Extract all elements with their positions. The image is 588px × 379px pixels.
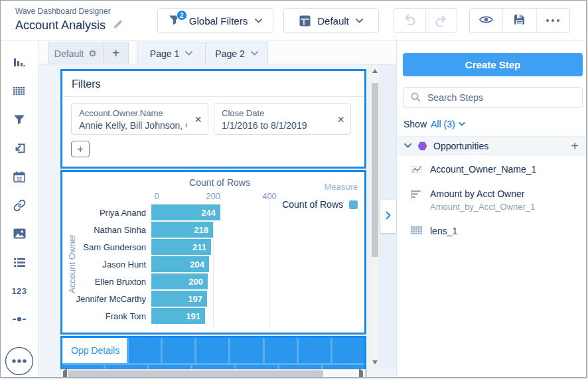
filter-icon[interactable] bbox=[11, 112, 28, 127]
timeline-icon bbox=[411, 165, 423, 175]
preview-button[interactable] bbox=[470, 9, 502, 33]
legend-entry[interactable]: Count of Rows bbox=[282, 199, 358, 210]
show-all-link[interactable]: All (3) bbox=[431, 119, 465, 129]
image-icon[interactable] bbox=[11, 226, 28, 242]
filter-chip[interactable]: Account.Owner.NameAnnie Kelly, Bill John… bbox=[71, 103, 208, 135]
dataset-group-name: Opportunities bbox=[433, 141, 565, 151]
chevron-right-icon bbox=[386, 210, 391, 222]
bar[interactable]: 204 bbox=[151, 256, 209, 272]
eye-icon bbox=[479, 15, 493, 27]
redo-button[interactable] bbox=[425, 9, 457, 33]
table-cell[interactable] bbox=[196, 338, 228, 363]
bar-value-label: 218 bbox=[194, 225, 208, 235]
table-cell[interactable] bbox=[332, 338, 364, 363]
step-title: lens_1 bbox=[430, 226, 457, 236]
scroll-down-arrow-icon[interactable] bbox=[370, 360, 380, 364]
step-item[interactable]: Amount by Acct OwnerAmount_by_Acct_Owner… bbox=[397, 180, 587, 217]
bar[interactable]: 191 bbox=[151, 308, 205, 324]
horizontal-scrollbar-thumb[interactable] bbox=[68, 370, 323, 377]
chevron-down-icon[interactable] bbox=[185, 51, 192, 56]
chevron-down-icon bbox=[459, 122, 465, 126]
dashboard-canvas: Filters Account.Owner.NameAnnie Kelly, B… bbox=[38, 64, 396, 377]
table-icon[interactable] bbox=[11, 83, 28, 99]
table-cell[interactable] bbox=[230, 338, 262, 363]
bar[interactable]: 218 bbox=[151, 222, 213, 238]
bar[interactable]: 197 bbox=[151, 291, 207, 307]
tab-page-2[interactable]: Page 2 bbox=[206, 42, 268, 64]
bar-value-label: 211 bbox=[192, 242, 206, 252]
more-actions-button[interactable] bbox=[536, 9, 569, 33]
bar-value-label: 244 bbox=[201, 208, 216, 218]
filter-chip[interactable]: Close Date1/1/2016 to 8/1/2019× bbox=[214, 103, 351, 135]
link-icon[interactable] bbox=[11, 197, 28, 213]
canvas-horizontal-scrollbar[interactable] bbox=[60, 369, 366, 378]
layout-select[interactable]: Default bbox=[283, 8, 379, 33]
bar-chart-icon[interactable] bbox=[11, 54, 28, 70]
bar[interactable]: 211 bbox=[151, 239, 211, 255]
bar[interactable]: 244 bbox=[151, 204, 220, 220]
show-label: Show bbox=[404, 119, 427, 129]
global-filters-count-badge: 2 bbox=[177, 10, 187, 21]
container-icon[interactable] bbox=[11, 140, 28, 156]
more-icon[interactable] bbox=[5, 346, 34, 376]
x-axis-tick: 400 bbox=[262, 191, 277, 201]
table-tab-opp-details[interactable]: Opp Details bbox=[62, 338, 127, 363]
step-title: Amount by Acct Owner bbox=[430, 189, 535, 199]
save-floppy-icon bbox=[514, 14, 525, 28]
filters-widget[interactable]: Filters Account.Owner.NameAnnie Kelly, B… bbox=[60, 69, 366, 169]
add-page-button[interactable]: + bbox=[104, 42, 129, 64]
collapse-panel-handle[interactable] bbox=[380, 200, 396, 233]
search-steps-input[interactable] bbox=[427, 92, 582, 103]
step-subtitle: Amount_by_Acct_Owner_1 bbox=[430, 202, 535, 212]
category-label: Frank Tom bbox=[62, 311, 151, 321]
tab-page-1[interactable]: Page 1 bbox=[137, 42, 206, 64]
tab-default-layout[interactable]: Default bbox=[48, 42, 104, 64]
chevron-down-icon bbox=[356, 19, 363, 23]
step-item-text: Account_Owner_Name_1 bbox=[430, 164, 536, 175]
bar[interactable]: 200 bbox=[151, 273, 208, 289]
global-filters-button[interactable]: 2 Global Filters bbox=[157, 8, 273, 33]
undo-button[interactable] bbox=[394, 9, 425, 33]
chevron-down-icon[interactable] bbox=[404, 143, 411, 148]
dashboard-title: Account Analysis bbox=[15, 19, 106, 33]
date-icon[interactable]: 12 bbox=[11, 169, 28, 185]
remove-filter-icon[interactable]: × bbox=[194, 113, 202, 125]
undo-redo-group bbox=[394, 8, 457, 33]
add-step-to-group-button[interactable]: + bbox=[571, 139, 579, 153]
create-step-button[interactable]: Create Step bbox=[403, 53, 583, 76]
chart-legend: Measure Count of Rows bbox=[282, 182, 358, 210]
dataset-group-opportunities[interactable]: Opportunities + bbox=[397, 136, 587, 155]
search-icon bbox=[411, 92, 421, 102]
app-label: Wave Dashboard Designer bbox=[15, 7, 123, 16]
table-cell[interactable] bbox=[299, 338, 331, 363]
scroll-left-arrow-icon[interactable] bbox=[63, 371, 67, 378]
gear-icon[interactable] bbox=[88, 49, 97, 58]
dashboard-layout-icon bbox=[299, 15, 311, 27]
scroll-up-arrow-icon[interactable] bbox=[370, 69, 380, 73]
step-item[interactable]: Account_Owner_Name_1 bbox=[397, 155, 587, 180]
chevron-down-icon[interactable] bbox=[251, 51, 258, 56]
list-icon[interactable] bbox=[11, 254, 28, 270]
vertical-scrollbar-thumb[interactable] bbox=[372, 83, 378, 257]
table-cell[interactable] bbox=[163, 338, 194, 363]
edit-title-pencil-icon[interactable] bbox=[113, 19, 123, 33]
table-cell[interactable] bbox=[265, 338, 297, 363]
save-button[interactable] bbox=[502, 9, 536, 33]
filter-chip-list: Account.Owner.NameAnnie Kelly, Bill John… bbox=[62, 97, 364, 135]
global-filters-label: Global Filters bbox=[189, 15, 248, 27]
steps-panel: Create Step Show All (3) Opportun bbox=[396, 40, 587, 377]
x-axis-tick: 0 bbox=[154, 191, 159, 201]
chart-widget[interactable]: Count of Rows 0200400 Priya Anand244Nath… bbox=[60, 170, 366, 335]
add-filter-button[interactable]: + bbox=[71, 141, 90, 157]
canvas-vertical-scrollbar[interactable] bbox=[370, 64, 380, 369]
scroll-right-arrow-icon[interactable] bbox=[359, 371, 363, 378]
chart-bar-row: Frank Tom191 bbox=[62, 307, 285, 325]
remove-filter-icon[interactable]: × bbox=[337, 113, 344, 125]
chart-bar-row: Jennifer McCarthy197 bbox=[62, 290, 285, 307]
step-item[interactable]: lens_1 bbox=[397, 217, 587, 242]
y-axis-label: Account Owner bbox=[67, 224, 77, 304]
table-cell[interactable] bbox=[129, 338, 161, 363]
range-icon[interactable] bbox=[11, 311, 28, 327]
chart-bar-row: Sam Gunderson211 bbox=[62, 238, 285, 256]
number-icon[interactable]: 123 bbox=[11, 283, 28, 299]
